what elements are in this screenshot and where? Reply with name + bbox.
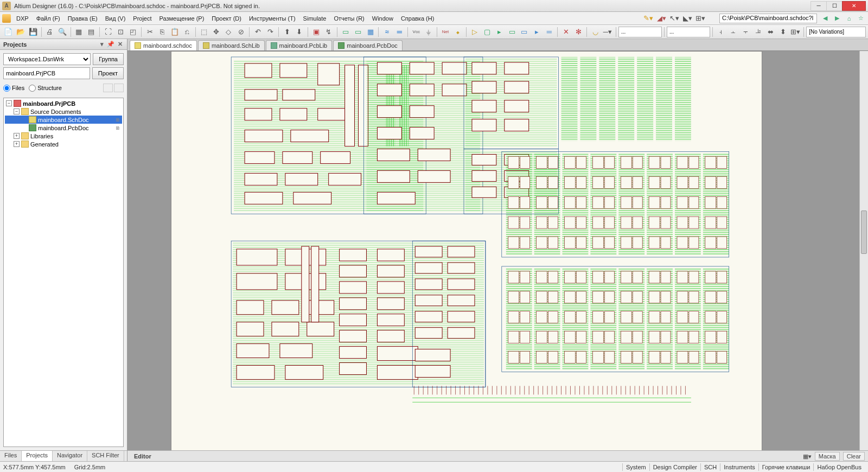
hierarchy-up-icon[interactable]: ⬆ [281, 26, 293, 38]
menu-edit[interactable]: Правка (E) [65, 14, 101, 23]
status-instruments[interactable]: Instruments [720, 463, 758, 471]
status-sch[interactable]: SCH [700, 463, 720, 471]
vcc-icon[interactable]: Vcc [410, 26, 422, 38]
status-design-compiler[interactable]: Design Compiler [649, 463, 700, 471]
mini-icon-2[interactable] [114, 84, 124, 92]
dxp-icon[interactable] [2, 14, 11, 23]
project-tree[interactable]: −mainboard.PrjPCB −Source Documents main… [3, 98, 124, 447]
move-icon[interactable]: ✥ [210, 26, 222, 38]
doctab-pcblib[interactable]: mainboard.PcbLib [266, 40, 333, 50]
print-icon[interactable]: 🖨 [44, 26, 56, 38]
nav-star-icon[interactable]: ☆ [856, 14, 866, 23]
radio-structure[interactable]: Structure [29, 85, 62, 92]
workspace-dropdown[interactable]: Workspace1.DsnWrk [3, 53, 91, 65]
variations-dropdown[interactable]: [No Variations] [806, 27, 866, 37]
sheet-entry-icon[interactable]: ▸ [494, 26, 506, 38]
harness-icon[interactable]: ▦ [365, 26, 376, 38]
menu-file[interactable]: Файл (F) [33, 14, 63, 23]
paste-icon[interactable]: 📋 [169, 26, 181, 38]
menu-view[interactable]: Вид (V) [102, 14, 129, 23]
dist-v-icon[interactable]: ⬍ [777, 26, 789, 38]
menu-dxp[interactable]: DXP [13, 14, 32, 23]
grid-menu-icon[interactable]: ⊞▾ [694, 12, 706, 24]
mask-button[interactable]: Маска [815, 452, 840, 461]
sheet-symbol-icon[interactable]: ▢ [481, 26, 493, 38]
menu-help[interactable]: Справка (H) [398, 14, 437, 23]
wire-icon[interactable]: ≈ [381, 26, 393, 38]
dist-h-icon[interactable]: ⬌ [765, 26, 777, 38]
menu-project[interactable]: Project [130, 14, 155, 23]
device-sheet-icon[interactable]: ▭ [506, 26, 518, 38]
nav-back-icon[interactable]: ◀ [820, 14, 830, 23]
editor-tab[interactable]: Editor [131, 453, 155, 460]
project-button[interactable]: Проект [92, 67, 124, 79]
part-icon[interactable]: ▷ [469, 26, 481, 38]
port-icon[interactable]: ⬥ [452, 26, 464, 38]
mask-level-icon[interactable]: ▦▾ [803, 453, 812, 460]
align-top-icon[interactable]: ⫟ [740, 26, 752, 38]
nav-home-icon[interactable]: ⌂ [844, 14, 854, 23]
doctab-schlib[interactable]: mainboard.SchLib [198, 40, 265, 50]
tab-navigator[interactable]: Navigator [53, 451, 87, 461]
maximize-button[interactable]: ☐ [826, 1, 843, 11]
menu-simulate[interactable]: Simulate [300, 14, 330, 23]
stamp-icon[interactable]: ⎌ [181, 26, 193, 38]
group-button[interactable]: Группа [93, 53, 124, 65]
zoom-area-icon[interactable]: ⊡ [114, 26, 126, 38]
tree-pcbdoc[interactable]: mainboard.PcbDoc 🗎 [5, 124, 122, 132]
align-grid-icon[interactable]: ⊞▾ [789, 26, 801, 38]
tree-generated[interactable]: +Generated [5, 140, 122, 148]
device-icon[interactable]: ▭ [352, 26, 364, 38]
menu-place[interactable]: Размещение (P) [156, 14, 208, 23]
close-button[interactable]: ✕ [842, 1, 866, 11]
schematic-canvas[interactable] [127, 51, 859, 450]
bus-icon[interactable]: ═ [393, 26, 405, 38]
wand-icon[interactable]: ✎▾ [642, 12, 654, 24]
save-icon[interactable]: 💾 [27, 26, 39, 38]
doctab-pcbdoc[interactable]: mainboard.PcbDoc [333, 40, 403, 50]
harness-conn-icon[interactable]: ▭ [519, 26, 531, 38]
menu-proekt[interactable]: Проект (D) [208, 14, 245, 23]
cursor-icon[interactable]: ↖▾ [668, 12, 680, 24]
new-doc-icon[interactable]: 📄 [2, 26, 14, 38]
minimize-button[interactable]: ─ [810, 1, 827, 11]
harness-entry-icon[interactable]: ▸ [531, 26, 542, 38]
filter-dropdown[interactable]: ... [618, 27, 662, 37]
project-field[interactable] [3, 67, 90, 79]
doctab-schdoc[interactable]: mainboard.schdoc [130, 40, 197, 50]
align-left-icon[interactable]: ⫞ [715, 26, 727, 38]
panel-pin-icon[interactable]: 📌 [106, 41, 116, 48]
panel-menu-icon[interactable]: ▾ [99, 41, 105, 48]
copy-icon[interactable]: ⎘ [156, 26, 168, 38]
line-drop-icon[interactable]: ─▾ [602, 26, 614, 38]
select-icon[interactable]: ⬚ [198, 26, 210, 38]
clear-icon[interactable]: ⊘ [235, 26, 247, 38]
mini-icon-1[interactable] [103, 84, 113, 92]
tree-project-root[interactable]: −mainboard.PrjPCB [5, 99, 122, 107]
status-system[interactable]: System [622, 463, 649, 471]
corner-icon[interactable]: ◣▾ [681, 12, 693, 24]
netlabel-icon[interactable]: Net [439, 26, 451, 38]
filter2-dropdown[interactable]: ... [667, 27, 710, 37]
panel-close-icon[interactable]: ✕ [117, 41, 124, 48]
zoom-fit-icon[interactable]: ⛶ [102, 26, 114, 38]
hierarchy-down-icon[interactable]: ⬇ [293, 26, 305, 38]
clear-button[interactable]: Clear [843, 452, 865, 461]
tab-files[interactable]: Files [0, 451, 22, 461]
nav-fwd-icon[interactable]: ▶ [832, 14, 842, 23]
menu-window[interactable]: Window [369, 14, 397, 23]
path-box[interactable]: C:\Poisk\PCB\mainboard.schdoc?l [719, 14, 817, 23]
signal-harness-icon[interactable]: ═ [543, 26, 555, 38]
open-icon[interactable]: 📂 [15, 26, 27, 38]
redo-icon[interactable]: ↷ [264, 26, 276, 38]
sheet-icon[interactable]: ▭ [340, 26, 352, 38]
arc-icon[interactable]: ◡ [589, 26, 601, 38]
highlight-icon[interactable]: ◢▾ [655, 12, 667, 24]
cross-probe-icon[interactable]: ↯ [323, 26, 335, 38]
tree-libraries[interactable]: +Libraries [5, 132, 122, 140]
preview-icon[interactable]: 🔍 [56, 26, 68, 38]
vertical-scrollbar[interactable] [859, 51, 868, 450]
no-erc-icon[interactable]: ✕ [560, 26, 572, 38]
cut-icon[interactable]: ✂ [144, 26, 156, 38]
compile-icon[interactable]: ▣ [310, 26, 322, 38]
